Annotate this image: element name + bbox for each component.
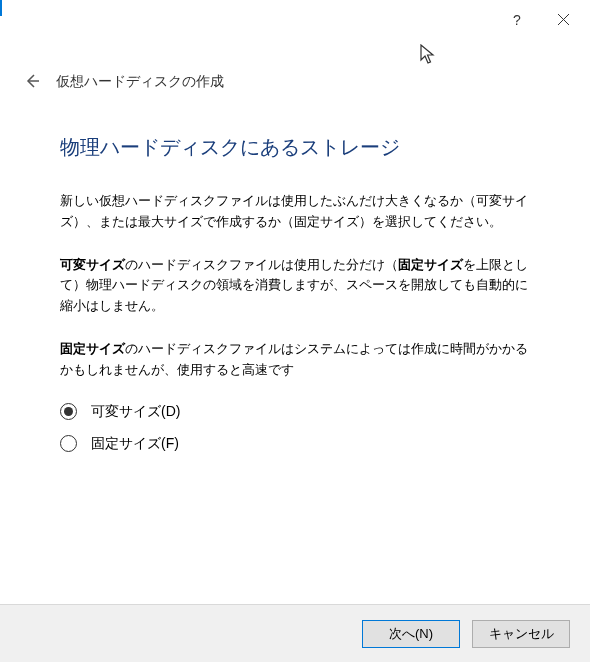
back-button[interactable] xyxy=(20,70,44,94)
titlebar: ? xyxy=(0,0,590,40)
close-icon xyxy=(558,12,569,28)
dynamic-desc-bold2: 固定サイズ xyxy=(398,257,463,272)
window-accent xyxy=(0,0,2,16)
close-button[interactable] xyxy=(540,2,586,38)
help-button[interactable]: ? xyxy=(494,2,540,38)
fixed-desc: 固定サイズのハードディスクファイルはシステムによっては作成に時間がかかるかもしれ… xyxy=(60,339,530,381)
radio-fixed[interactable]: 固定サイズ(F) xyxy=(60,435,530,453)
header-row: 仮想ハードディスクの作成 xyxy=(0,50,590,94)
back-arrow-icon xyxy=(23,72,41,93)
fixed-desc-text: のハードディスクファイルはシステムによっては作成に時間がかかるかもしれませんが、… xyxy=(60,341,528,377)
page-title: 物理ハードディスクにあるストレージ xyxy=(60,134,530,161)
radio-fixed-label: 固定サイズ(F) xyxy=(91,435,179,453)
radio-dynamic[interactable]: 可変サイズ(D) xyxy=(60,403,530,421)
help-icon: ? xyxy=(513,12,521,28)
breadcrumb: 仮想ハードディスクの作成 xyxy=(56,73,224,91)
dynamic-desc-text1: のハードディスクファイルは使用した分だけ（ xyxy=(125,257,398,272)
bottom-bar: 次へ(N) キャンセル xyxy=(0,604,590,662)
fixed-desc-bold: 固定サイズ xyxy=(60,341,125,356)
radio-dynamic-label: 可変サイズ(D) xyxy=(91,403,180,421)
next-button[interactable]: 次へ(N) xyxy=(362,620,460,648)
intro-text: 新しい仮想ハードディスクファイルは使用したぶんだけ大きくなるか（可変サイズ）、ま… xyxy=(60,191,530,233)
dynamic-desc-bold1: 可変サイズ xyxy=(60,257,125,272)
cancel-button[interactable]: キャンセル xyxy=(472,620,570,648)
radio-icon xyxy=(60,435,77,452)
dynamic-desc: 可変サイズのハードディスクファイルは使用した分だけ（固定サイズを上限として）物理… xyxy=(60,255,530,317)
storage-type-group: 可変サイズ(D) 固定サイズ(F) xyxy=(60,403,530,453)
radio-icon xyxy=(60,403,77,420)
content: 物理ハードディスクにあるストレージ 新しい仮想ハードディスクファイルは使用したぶ… xyxy=(0,94,590,453)
